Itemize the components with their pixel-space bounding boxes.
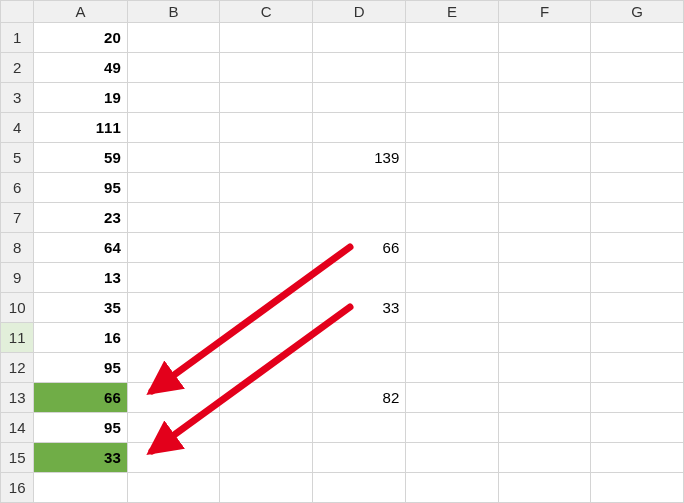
cell-F7[interactable] <box>498 203 591 233</box>
cell-B8[interactable] <box>127 233 220 263</box>
row-header-7[interactable]: 7 <box>1 203 34 233</box>
cell-A10[interactable]: 35 <box>34 293 127 323</box>
cell-B13[interactable] <box>127 383 220 413</box>
cell-E2[interactable] <box>406 53 499 83</box>
cell-C1[interactable] <box>220 23 313 53</box>
cell-D10[interactable]: 33 <box>312 293 405 323</box>
cell-C9[interactable] <box>220 263 313 293</box>
cell-D4[interactable] <box>312 113 405 143</box>
cell-A13[interactable]: 66 <box>34 383 127 413</box>
row-header-11[interactable]: 11 <box>1 323 34 353</box>
cell-D15[interactable] <box>312 443 405 473</box>
cell-A1[interactable]: 20 <box>34 23 127 53</box>
cell-F11[interactable] <box>498 323 591 353</box>
cell-E1[interactable] <box>406 23 499 53</box>
cell-E4[interactable] <box>406 113 499 143</box>
cell-A12[interactable]: 95 <box>34 353 127 383</box>
cell-C2[interactable] <box>220 53 313 83</box>
spreadsheet-grid[interactable]: A B C D E F G 12024931941115591396957238… <box>0 0 684 503</box>
cell-D2[interactable] <box>312 53 405 83</box>
cell-G6[interactable] <box>591 173 684 203</box>
cell-B12[interactable] <box>127 353 220 383</box>
cell-B10[interactable] <box>127 293 220 323</box>
cell-D6[interactable] <box>312 173 405 203</box>
cell-E16[interactable] <box>406 473 499 503</box>
cell-C12[interactable] <box>220 353 313 383</box>
cell-D1[interactable] <box>312 23 405 53</box>
row-header-16[interactable]: 16 <box>1 473 34 503</box>
cell-A2[interactable]: 49 <box>34 53 127 83</box>
cell-A15[interactable]: 33 <box>34 443 127 473</box>
row-header-5[interactable]: 5 <box>1 143 34 173</box>
cell-B11[interactable] <box>127 323 220 353</box>
cell-D7[interactable] <box>312 203 405 233</box>
col-header-B[interactable]: B <box>127 1 220 23</box>
cell-G11[interactable] <box>591 323 684 353</box>
cell-B7[interactable] <box>127 203 220 233</box>
cell-B1[interactable] <box>127 23 220 53</box>
cell-D9[interactable] <box>312 263 405 293</box>
cell-F12[interactable] <box>498 353 591 383</box>
cell-D16[interactable] <box>312 473 405 503</box>
cell-A3[interactable]: 19 <box>34 83 127 113</box>
cell-F10[interactable] <box>498 293 591 323</box>
cell-E5[interactable] <box>406 143 499 173</box>
cell-E13[interactable] <box>406 383 499 413</box>
row-header-9[interactable]: 9 <box>1 263 34 293</box>
cell-C4[interactable] <box>220 113 313 143</box>
cell-G2[interactable] <box>591 53 684 83</box>
row-header-12[interactable]: 12 <box>1 353 34 383</box>
cell-C14[interactable] <box>220 413 313 443</box>
cell-B15[interactable] <box>127 443 220 473</box>
col-header-F[interactable]: F <box>498 1 591 23</box>
cell-E11[interactable] <box>406 323 499 353</box>
row-header-14[interactable]: 14 <box>1 413 34 443</box>
col-header-E[interactable]: E <box>406 1 499 23</box>
cell-E9[interactable] <box>406 263 499 293</box>
cell-G16[interactable] <box>591 473 684 503</box>
cell-F14[interactable] <box>498 413 591 443</box>
cell-G14[interactable] <box>591 413 684 443</box>
cell-D13[interactable]: 82 <box>312 383 405 413</box>
cell-A14[interactable]: 95 <box>34 413 127 443</box>
cell-A9[interactable]: 13 <box>34 263 127 293</box>
row-header-1[interactable]: 1 <box>1 23 34 53</box>
cell-G13[interactable] <box>591 383 684 413</box>
cell-F15[interactable] <box>498 443 591 473</box>
cell-G12[interactable] <box>591 353 684 383</box>
cell-F4[interactable] <box>498 113 591 143</box>
cell-F3[interactable] <box>498 83 591 113</box>
cell-A11[interactable]: 16 <box>34 323 127 353</box>
cell-F2[interactable] <box>498 53 591 83</box>
row-header-13[interactable]: 13 <box>1 383 34 413</box>
cell-F6[interactable] <box>498 173 591 203</box>
row-header-4[interactable]: 4 <box>1 113 34 143</box>
cell-F5[interactable] <box>498 143 591 173</box>
cell-C13[interactable] <box>220 383 313 413</box>
cell-E12[interactable] <box>406 353 499 383</box>
row-header-8[interactable]: 8 <box>1 233 34 263</box>
row-header-3[interactable]: 3 <box>1 83 34 113</box>
cell-A6[interactable]: 95 <box>34 173 127 203</box>
cell-C8[interactable] <box>220 233 313 263</box>
cell-E3[interactable] <box>406 83 499 113</box>
cell-F8[interactable] <box>498 233 591 263</box>
cell-B4[interactable] <box>127 113 220 143</box>
cell-F9[interactable] <box>498 263 591 293</box>
cell-C6[interactable] <box>220 173 313 203</box>
cell-B5[interactable] <box>127 143 220 173</box>
cell-E8[interactable] <box>406 233 499 263</box>
cell-D11[interactable] <box>312 323 405 353</box>
cell-C10[interactable] <box>220 293 313 323</box>
cell-A7[interactable]: 23 <box>34 203 127 233</box>
cell-A5[interactable]: 59 <box>34 143 127 173</box>
cell-G9[interactable] <box>591 263 684 293</box>
cell-G3[interactable] <box>591 83 684 113</box>
cell-E7[interactable] <box>406 203 499 233</box>
cell-C7[interactable] <box>220 203 313 233</box>
cell-D5[interactable]: 139 <box>312 143 405 173</box>
cell-G8[interactable] <box>591 233 684 263</box>
row-header-10[interactable]: 10 <box>1 293 34 323</box>
cell-A16[interactable] <box>34 473 127 503</box>
cell-D14[interactable] <box>312 413 405 443</box>
